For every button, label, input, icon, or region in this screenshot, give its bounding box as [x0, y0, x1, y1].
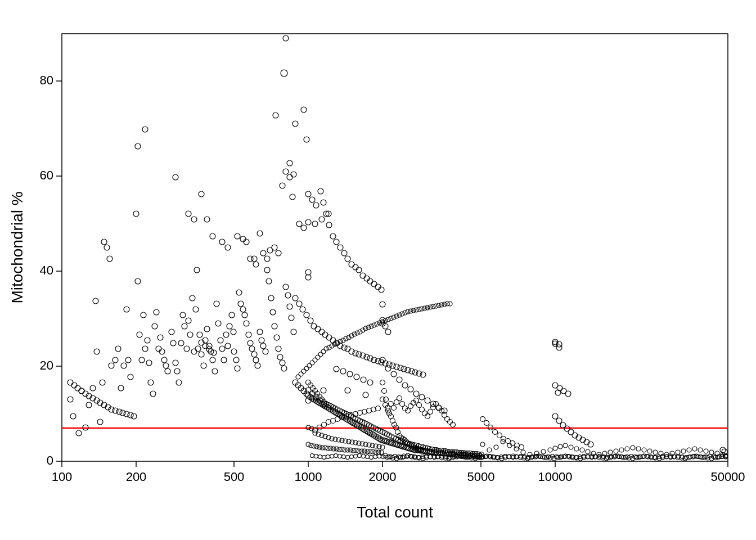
- y-axis-label: Mitochondrial %: [8, 191, 26, 303]
- svg-text:5000: 5000: [467, 470, 495, 484]
- x-axis-label: Total count: [357, 503, 433, 521]
- svg-text:80: 80: [40, 73, 53, 87]
- svg-text:1000: 1000: [295, 470, 322, 484]
- svg-text:20: 20: [40, 358, 53, 372]
- svg-text:50000: 50000: [710, 470, 745, 484]
- svg-text:10000: 10000: [538, 470, 572, 484]
- svg-text:500: 500: [224, 470, 245, 484]
- chart-container: 100 200 500 1000 2000 5000 10000 50000: [0, 0, 756, 540]
- svg-text:60: 60: [40, 168, 53, 182]
- svg-text:40: 40: [40, 263, 53, 277]
- svg-text:100: 100: [52, 470, 73, 484]
- svg-text:0: 0: [47, 453, 53, 467]
- svg-text:2000: 2000: [369, 470, 397, 484]
- svg-text:200: 200: [126, 470, 147, 484]
- svg-rect-1: [62, 34, 728, 461]
